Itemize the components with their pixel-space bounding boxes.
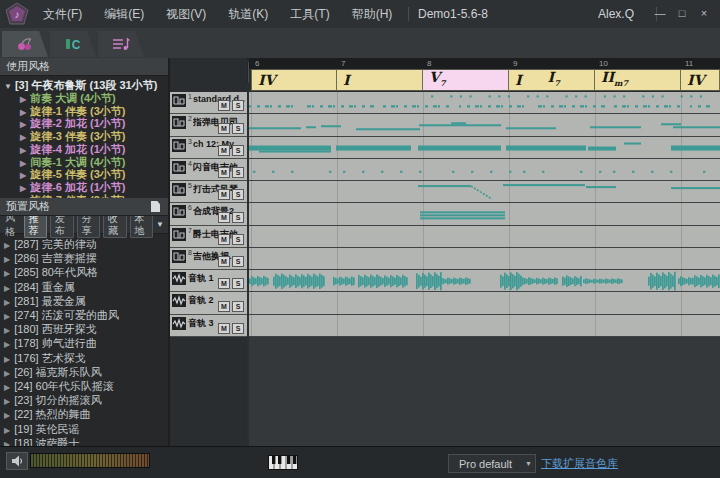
expand-arrow-icon[interactable]: ▶ — [4, 255, 10, 264]
solo-button[interactable]: S — [232, 123, 244, 134]
tab-melody-editor[interactable] — [98, 31, 144, 57]
document-icon[interactable] — [151, 201, 160, 212]
mute-button[interactable]: M — [218, 145, 230, 156]
expand-arrow-icon[interactable]: ▶ — [4, 340, 10, 349]
preset-list-item[interactable]: ▶[24] 60年代乐队摇滚 — [4, 380, 168, 394]
expand-arrow-icon[interactable]: ▶ — [20, 146, 26, 155]
solo-button[interactable]: S — [232, 301, 244, 312]
expand-arrow-icon[interactable]: ▶ — [20, 133, 26, 142]
lane-row-3[interactable] — [249, 137, 720, 159]
track-row-10[interactable]: 音轨 2MS — [170, 292, 247, 314]
menu-item-5[interactable]: 帮助(H) — [352, 6, 393, 23]
mute-button[interactable]: M — [218, 278, 230, 289]
expand-arrow-icon[interactable]: ▶ — [4, 383, 10, 392]
preset-list-item[interactable]: ▶[178] 帅气进行曲 — [4, 337, 168, 351]
solo-button[interactable]: S — [232, 189, 244, 200]
chord-cell-bar-7[interactable]: I — [337, 69, 423, 91]
track-row-6[interactable]: 6合成背景2...MS — [170, 203, 247, 225]
track-row-9[interactable]: 音轨 1MS — [170, 270, 247, 292]
expand-arrow-icon[interactable]: ▶ — [4, 411, 10, 420]
preset-list-item[interactable]: ▶[284] 重金属 — [4, 281, 168, 295]
solo-button[interactable]: S — [232, 278, 244, 289]
track-lanes[interactable] — [249, 92, 720, 337]
audio-track-icon[interactable] — [172, 272, 186, 285]
expand-arrow-icon[interactable]: ▶ — [20, 171, 26, 180]
user-name[interactable]: Alex.Q — [598, 7, 634, 21]
midi-track-icon[interactable] — [172, 250, 186, 263]
track-row-8[interactable]: 8吉他换把...MS — [170, 248, 247, 270]
preset-tabs-more-icon[interactable]: ▼ — [156, 220, 164, 229]
solo-button[interactable]: S — [232, 145, 244, 156]
master-volume-button[interactable] — [6, 452, 28, 470]
level-meter[interactable] — [30, 453, 150, 468]
expand-arrow-icon[interactable]: ▶ — [20, 108, 26, 117]
chord-cell-bar-10[interactable]: IIm7 — [595, 69, 681, 91]
lane-row-9[interactable] — [249, 270, 720, 292]
track-row-4[interactable]: 4闪音电吉他MS — [170, 159, 247, 181]
minimize-button[interactable]: — — [652, 6, 668, 21]
midi-track-icon[interactable] — [172, 205, 186, 218]
expand-arrow-icon[interactable]: ▶ — [20, 159, 26, 168]
midi-track-icon[interactable] — [172, 116, 186, 129]
expand-arrow-icon[interactable]: ▶ — [4, 284, 10, 293]
menu-item-2[interactable]: 视图(V) — [166, 6, 206, 23]
lane-row-2[interactable] — [249, 114, 720, 136]
chord-cell-bar-11[interactable]: IV — [681, 69, 720, 91]
track-row-2[interactable]: 2指弹电贝司MS — [170, 114, 247, 136]
mute-button[interactable]: M — [218, 301, 230, 312]
solo-button[interactable]: S — [232, 212, 244, 223]
solo-button[interactable]: S — [232, 100, 244, 111]
audio-track-icon[interactable] — [172, 294, 186, 307]
mute-button[interactable]: M — [218, 323, 230, 334]
preset-list-item[interactable]: ▶[19] 英伦民谣 — [4, 423, 168, 437]
track-row-5[interactable]: 5打击式风琴MS — [170, 181, 247, 203]
style-tree-root[interactable]: ▼[3] 午夜布鲁斯 (13段 31小节) — [4, 79, 168, 93]
preset-list-item[interactable]: ▶[26] 福克斯乐队风 — [4, 366, 168, 380]
expand-arrow-icon[interactable]: ▶ — [4, 369, 10, 378]
lane-row-5[interactable] — [249, 181, 720, 203]
mute-button[interactable]: M — [218, 234, 230, 245]
midi-track-icon[interactable] — [172, 161, 186, 174]
midi-track-icon[interactable] — [172, 183, 186, 196]
soundfont-select[interactable]: Pro default ▼ — [448, 454, 536, 473]
tab-style-editor[interactable] — [2, 31, 48, 57]
lane-row-8[interactable] — [249, 248, 720, 270]
chord-cell-bar-6[interactable]: IV — [251, 69, 337, 91]
track-row-1[interactable]: 1standard d...MS — [170, 92, 247, 114]
lane-row-11[interactable] — [249, 315, 720, 337]
preset-list-item[interactable]: ▶[286] 吉普赛摇摆 — [4, 252, 168, 266]
expand-arrow-icon[interactable]: ▶ — [4, 312, 10, 321]
lane-row-6[interactable] — [249, 203, 720, 225]
collapse-arrow-icon[interactable]: ▼ — [4, 82, 12, 91]
menu-item-4[interactable]: 工具(T) — [290, 6, 329, 23]
expand-arrow-icon[interactable]: ▶ — [4, 355, 10, 364]
solo-button[interactable]: S — [232, 167, 244, 178]
download-soundbank-link[interactable]: 下载扩展音色库 — [541, 456, 618, 471]
chord-cell-bar-8[interactable]: V7 — [423, 69, 509, 91]
expand-arrow-icon[interactable]: ▶ — [20, 184, 26, 193]
mute-button[interactable]: M — [218, 100, 230, 111]
expand-arrow-icon[interactable]: ▶ — [4, 269, 10, 278]
midi-track-icon[interactable] — [172, 228, 186, 241]
preset-list-item[interactable]: ▶[22] 热烈的舞曲 — [4, 408, 168, 422]
mute-button[interactable]: M — [218, 212, 230, 223]
mute-button[interactable]: M — [218, 189, 230, 200]
preset-list-item[interactable]: ▶[274] 活泼可爱的曲风 — [4, 309, 168, 323]
lane-row-4[interactable] — [249, 159, 720, 181]
midi-track-icon[interactable] — [172, 94, 186, 107]
lane-row-7[interactable] — [249, 226, 720, 248]
piano-keyboard-icon[interactable] — [268, 455, 298, 470]
preset-list-item[interactable]: ▶[23] 切分的摇滚风 — [4, 394, 168, 408]
solo-button[interactable]: S — [232, 323, 244, 334]
expand-arrow-icon[interactable]: ▶ — [4, 241, 10, 250]
solo-button[interactable]: S — [232, 256, 244, 267]
maximize-button[interactable]: □ — [674, 6, 690, 21]
menu-item-1[interactable]: 编辑(E) — [104, 6, 144, 23]
tab-chord-editor[interactable]: C — [50, 31, 96, 57]
expand-arrow-icon[interactable]: ▶ — [4, 326, 10, 335]
preset-list-item[interactable]: ▶[180] 西班牙探戈 — [4, 323, 168, 337]
lane-row-10[interactable] — [249, 292, 720, 314]
track-row-11[interactable]: 音轨 3MS — [170, 315, 247, 337]
preset-list-item[interactable]: ▶[176] 艺术探戈 — [4, 352, 168, 366]
menu-item-0[interactable]: 文件(F) — [43, 6, 82, 23]
